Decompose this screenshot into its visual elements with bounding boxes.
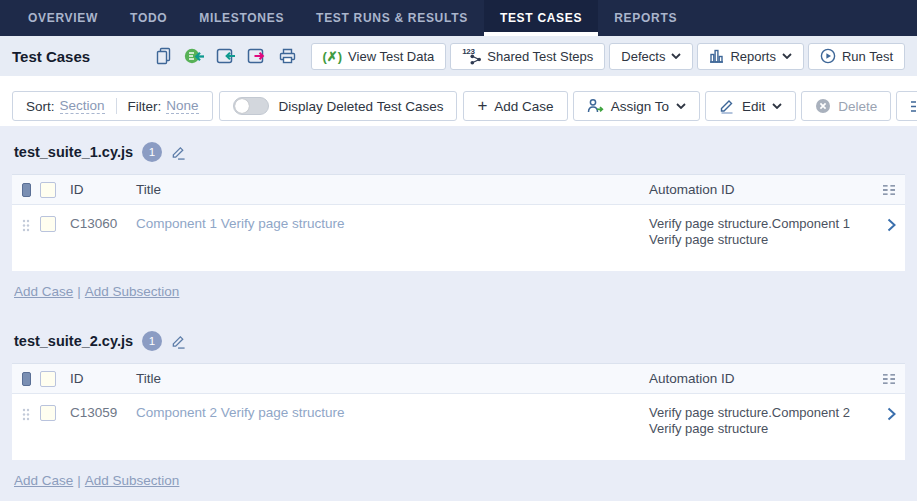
reports-button[interactable]: Reports xyxy=(697,43,804,70)
section-footer-links: Add Case|Add Subsection xyxy=(12,271,905,299)
delete-button[interactable]: Delete xyxy=(801,91,891,121)
page-header: Test Cases (✗) View Test Data 123 Shared xyxy=(0,36,917,76)
play-circle-icon xyxy=(820,48,836,64)
sync-import-button[interactable] xyxy=(184,45,206,67)
print-icon xyxy=(278,47,297,65)
edit-button[interactable]: Edit xyxy=(705,91,796,121)
tab-overview[interactable]: OVERVIEW xyxy=(12,0,114,36)
section-footer-links: Add Case|Add Subsection xyxy=(12,460,905,488)
import-button[interactable] xyxy=(215,45,237,67)
columns-icon xyxy=(910,100,917,113)
view-test-data-button[interactable]: (✗) View Test Data xyxy=(311,43,447,70)
chevron-down-icon xyxy=(782,53,792,59)
toggle-knob xyxy=(235,99,249,113)
export-button[interactable] xyxy=(246,45,268,67)
row-checkbox[interactable] xyxy=(40,216,56,232)
pencil-icon xyxy=(719,98,735,114)
defects-label: Defects xyxy=(621,49,665,64)
separator: | xyxy=(77,473,81,488)
pencil-icon xyxy=(171,334,186,349)
table-header-row: ID Title Automation ID xyxy=(12,364,905,394)
shared-test-steps-label: Shared Test Steps xyxy=(487,49,593,64)
column-header-id: ID xyxy=(70,182,136,197)
case-count-badge: 1 xyxy=(142,331,162,351)
add-subsection-link[interactable]: Add Subsection xyxy=(85,284,180,299)
reports-label: Reports xyxy=(730,49,776,64)
shared-test-steps-button[interactable]: 123 Shared Test Steps xyxy=(450,43,605,70)
case-title-link[interactable]: Component 1 Verify page structure xyxy=(136,216,345,231)
header-icon-group xyxy=(153,45,299,67)
column-settings-icon[interactable] xyxy=(882,373,896,385)
add-case-link[interactable]: Add Case xyxy=(14,473,73,488)
row-checkbox[interactable] xyxy=(40,405,56,421)
add-subsection-link[interactable]: Add Subsection xyxy=(85,473,180,488)
column-header-id: ID xyxy=(70,371,136,386)
section-name: test_suite_1.cy.js xyxy=(14,144,133,160)
sort-filter-box: Sort: Section Filter: None xyxy=(12,91,213,121)
section-test-suite-2: test_suite_2.cy.js 1 ID Title Automation… xyxy=(12,315,905,488)
table-header-row: ID Title Automation ID xyxy=(12,175,905,205)
cases-table: ID Title Automation ID C13060 Component … xyxy=(12,174,905,271)
display-deleted-box: Display Deleted Test Cases xyxy=(219,91,458,121)
print-button[interactable] xyxy=(277,45,299,67)
copy-icon xyxy=(155,47,173,65)
plus-icon: + xyxy=(477,97,487,114)
select-all-marker[interactable] xyxy=(22,372,31,386)
drag-handle[interactable] xyxy=(12,405,40,421)
view-test-data-label: View Test Data xyxy=(348,49,434,64)
column-header-title: Title xyxy=(136,182,649,197)
display-deleted-label: Display Deleted Test Cases xyxy=(279,99,444,114)
select-all-checkbox[interactable] xyxy=(40,182,56,198)
column-header-automation-id: Automation ID xyxy=(649,182,875,197)
tab-test-runs-results[interactable]: TEST RUNS & RESULTS xyxy=(300,0,484,36)
bar-chart-icon xyxy=(709,49,724,63)
assign-to-label: Assign To xyxy=(611,99,669,114)
page-title: Test Cases xyxy=(12,48,90,65)
case-id: C13060 xyxy=(70,216,136,231)
filter-label: Filter: xyxy=(128,99,162,114)
sort-value-link[interactable]: Section xyxy=(60,98,105,114)
table-row: C13060 Component 1 Verify page structure… xyxy=(12,205,905,271)
chevron-down-icon xyxy=(671,53,681,59)
chevron-right-icon[interactable] xyxy=(887,218,896,232)
display-deleted-toggle[interactable] xyxy=(233,97,269,115)
column-settings-icon[interactable] xyxy=(882,184,896,196)
add-case-label: Add Case xyxy=(494,99,553,114)
filter-toolbar: Sort: Section Filter: None Display Delet… xyxy=(0,76,917,126)
assign-user-icon xyxy=(587,98,604,114)
delete-circle-icon xyxy=(815,98,831,114)
top-nav: OVERVIEW TODO MILESTONES TEST RUNS & RES… xyxy=(0,0,917,36)
edit-section-button[interactable] xyxy=(171,145,186,160)
select-all-marker[interactable] xyxy=(22,183,31,197)
shared-test-steps-icon: 123 xyxy=(462,48,481,65)
export-icon xyxy=(247,47,267,65)
select-all-checkbox[interactable] xyxy=(40,371,56,387)
tab-todo[interactable]: TODO xyxy=(114,0,183,36)
run-test-label: Run Test xyxy=(842,49,893,64)
columns-button[interactable]: Columns xyxy=(896,91,917,121)
filter-value-link[interactable]: None xyxy=(166,98,198,114)
copy-button[interactable] xyxy=(153,45,175,67)
edit-section-button[interactable] xyxy=(171,334,186,349)
tab-milestones[interactable]: MILESTONES xyxy=(183,0,300,36)
delete-label: Delete xyxy=(838,99,877,114)
assign-to-button[interactable]: Assign To xyxy=(573,91,700,121)
run-test-button[interactable]: Run Test xyxy=(808,43,905,70)
section-header: test_suite_1.cy.js 1 xyxy=(12,126,905,174)
divider xyxy=(116,98,117,114)
tab-test-cases[interactable]: TEST CASES xyxy=(484,0,598,36)
add-case-button[interactable]: + Add Case xyxy=(463,91,567,121)
add-case-link[interactable]: Add Case xyxy=(14,284,73,299)
defects-button[interactable]: Defects xyxy=(609,43,693,70)
column-header-title: Title xyxy=(136,371,649,386)
header-button-group: (✗) View Test Data 123 Shared Test Steps… xyxy=(311,43,905,70)
chevron-right-icon[interactable] xyxy=(887,407,896,421)
column-header-automation-id: Automation ID xyxy=(649,371,875,386)
separator: | xyxy=(77,284,81,299)
tab-reports[interactable]: REPORTS xyxy=(598,0,693,36)
cases-table: ID Title Automation ID C13059 Component … xyxy=(12,363,905,460)
drag-handle[interactable] xyxy=(12,216,40,232)
case-title-link[interactable]: Component 2 Verify page structure xyxy=(136,405,345,420)
view-test-data-icon: (✗) xyxy=(323,49,343,64)
test-cases-content: test_suite_1.cy.js 1 ID Title Automation… xyxy=(0,126,917,501)
